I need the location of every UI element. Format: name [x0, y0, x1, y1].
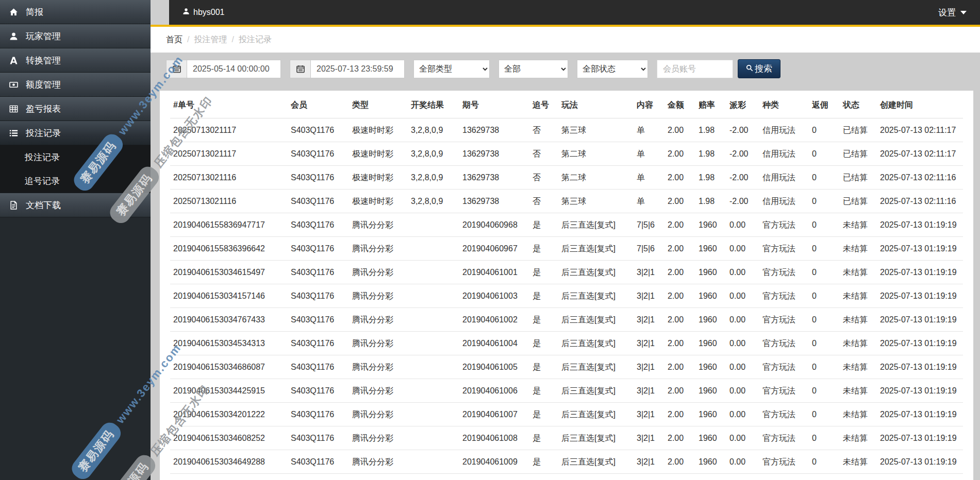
column-header: 内容 — [634, 91, 665, 118]
table-cell: 2.00 — [665, 355, 695, 379]
table-row: 20190406153034157146S403Q1176腾讯分分彩201904… — [170, 284, 963, 308]
settings-dropdown[interactable]: 设置 — [938, 7, 967, 19]
category-select[interactable]: 全部 — [499, 60, 568, 78]
table-cell: 是 — [529, 261, 558, 284]
table-cell: 腾讯分分彩 — [349, 379, 408, 403]
table-cell: 1960 — [695, 355, 726, 379]
table-cell: 20190406153034201222 — [170, 403, 288, 426]
sidebar-subitem[interactable]: 追号记录 — [0, 169, 151, 193]
table-cell: S403Q1176 — [288, 142, 349, 166]
date-to-input[interactable] — [310, 60, 405, 78]
sidebar-item-players[interactable]: 玩家管理 — [0, 24, 151, 48]
table-cell: 2025-07-13 01:19:19 — [877, 213, 963, 237]
member-account-input[interactable] — [657, 60, 733, 78]
sidebar-item-bets[interactable]: 投注记录 — [0, 121, 151, 145]
report-icon — [9, 105, 19, 113]
table-cell: 201904061002 — [459, 308, 529, 332]
table-cell — [408, 213, 459, 237]
table-cell: 2.00 — [665, 284, 695, 308]
table-cell: 单 — [634, 166, 665, 190]
sidebar-subitem[interactable]: 投注记录 — [0, 145, 151, 169]
table-cell: 2025-07-13 01:19:19 — [877, 426, 963, 450]
table-cell: 0.00 — [726, 450, 759, 474]
table-cell: 0 — [809, 142, 840, 166]
table-cell: 腾讯分分彩 — [349, 450, 408, 474]
table-cell: 后三直选[复式] — [558, 237, 634, 261]
table-cell: 20250713021116 — [170, 166, 288, 190]
table-cell: S403Q1176 — [288, 261, 349, 284]
home-icon — [9, 8, 19, 16]
sidebar-toggle-button[interactable] — [151, 0, 169, 25]
sidebar-item-report[interactable]: 盈亏报表 — [0, 97, 151, 121]
sidebar-item-brief[interactable]: 简报 — [0, 0, 151, 24]
table-cell: 2.00 — [665, 213, 695, 237]
table-cell: 0 — [809, 355, 840, 379]
table-row: 20190406153034615497S403Q1176腾讯分分彩201904… — [170, 261, 963, 284]
table-cell: 20190406153034767433 — [170, 308, 288, 332]
date-from-group — [166, 60, 281, 78]
date-from-input[interactable] — [187, 60, 281, 78]
table-cell: 201904061007 — [459, 403, 529, 426]
table-cell: 极速时时彩 — [349, 142, 408, 166]
table-cell: 信用玩法 — [759, 118, 809, 142]
table-cell: 3|2|1 — [634, 332, 665, 355]
sidebar-nav: 简报玩家管理转换管理额度管理盈亏报表投注记录投注记录追号记录文档下载 — [0, 0, 151, 217]
column-header: 开奖结果 — [408, 91, 459, 118]
column-header: 派彩 — [726, 91, 759, 118]
column-header: 类型 — [349, 91, 408, 118]
bet-records-table: #单号会员类型开奖结果期号追号玩法内容金额赔率派彩种类返佣状态创建时间 2025… — [170, 91, 963, 474]
table-cell: 后三直选[复式] — [558, 450, 634, 474]
table-cell: 0 — [809, 426, 840, 450]
table-cell — [408, 237, 459, 261]
table-cell: 是 — [529, 355, 558, 379]
type-select[interactable]: 全部类型 — [413, 60, 490, 78]
table-cell: 未结算 — [840, 355, 877, 379]
table-cell: 未结算 — [840, 426, 877, 450]
breadcrumb: 首页 / 投注管理 / 投注记录 — [151, 27, 980, 53]
table-cell: 13629738 — [459, 142, 529, 166]
table-cell: 0 — [809, 403, 840, 426]
current-user[interactable]: hbys001 — [182, 8, 225, 17]
search-button[interactable]: 搜索 — [738, 59, 780, 78]
sidebar-submenu-bets: 投注记录追号记录 — [0, 145, 151, 193]
column-header: 会员 — [288, 91, 349, 118]
table-cell: 0.00 — [726, 403, 759, 426]
table-row: 20190406153034201222S403Q1176腾讯分分彩201904… — [170, 403, 963, 426]
search-icon — [746, 64, 753, 74]
table-cell: 官方玩法 — [759, 213, 809, 237]
table-cell: 201904061006 — [459, 379, 529, 403]
table-cell — [408, 261, 459, 284]
table-cell: -2.00 — [726, 142, 759, 166]
table-cell: 0.00 — [726, 355, 759, 379]
table-cell: 1960 — [695, 213, 726, 237]
table-cell: 单 — [634, 118, 665, 142]
table-cell: 3|2|1 — [634, 261, 665, 284]
calendar-icon — [166, 60, 187, 78]
table-cell: 是 — [529, 308, 558, 332]
table-cell: 2025-07-13 02:11:17 — [877, 142, 963, 166]
table-cell: 0 — [809, 261, 840, 284]
table-cell: 官方玩法 — [759, 379, 809, 403]
breadcrumb-home[interactable]: 首页 — [166, 35, 182, 45]
column-header: 种类 — [759, 91, 809, 118]
table-cell — [408, 450, 459, 474]
table-cell: 极速时时彩 — [349, 190, 408, 213]
app-root: 简报玩家管理转换管理额度管理盈亏报表投注记录投注记录追号记录文档下载 hbys0… — [0, 0, 980, 480]
table-cell: 极速时时彩 — [349, 166, 408, 190]
table-cell: S403Q1176 — [288, 284, 349, 308]
table-cell: 2025-07-13 01:19:19 — [877, 450, 963, 474]
list-icon — [9, 129, 19, 138]
sidebar-item-convert[interactable]: 转换管理 — [0, 48, 151, 73]
sidebar-item-docs[interactable]: 文档下载 — [0, 193, 151, 217]
sidebar-item-credit[interactable]: 额度管理 — [0, 73, 151, 97]
table-cell: S403Q1176 — [288, 237, 349, 261]
table-cell: 官方玩法 — [759, 308, 809, 332]
table-cell: 后三直选[复式] — [558, 403, 634, 426]
table-cell: 3|2|1 — [634, 403, 665, 426]
status-select[interactable]: 全部状态 — [577, 60, 648, 78]
column-header: 期号 — [459, 91, 529, 118]
table-cell: 13629738 — [459, 166, 529, 190]
table-cell: 未结算 — [840, 379, 877, 403]
table-cell: 0 — [809, 237, 840, 261]
table-cell: 后三直选[复式] — [558, 213, 634, 237]
